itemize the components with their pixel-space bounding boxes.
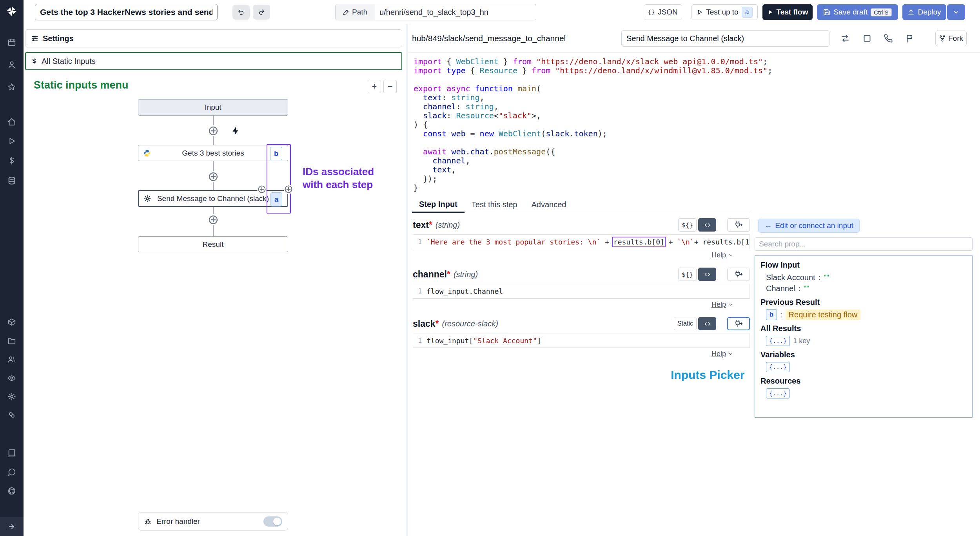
save-icon	[823, 9, 830, 16]
static-mode-button[interactable]: Static	[674, 317, 697, 330]
folder-icon[interactable]	[7, 337, 16, 345]
hub-script-breadcrumb[interactable]: hub/849/slack/send_message_to_channel	[412, 34, 566, 43]
help-link[interactable]: Help	[413, 249, 750, 261]
all-static-inputs-button[interactable]: All Static Inputs	[25, 52, 402, 70]
field-expression: `Here are the 3 most popular stories: \n…	[426, 238, 750, 246]
step-id-badge-a[interactable]: a	[270, 192, 282, 206]
chat-icon[interactable]	[7, 468, 16, 476]
field-expression-editor[interactable]: 1 flow_input["Slack Account"]	[413, 333, 750, 348]
step-editor-panel: hub/849/slack/send_message_to_channel Fo…	[408, 24, 980, 536]
home-icon[interactable]	[7, 118, 16, 126]
picker-row-variables[interactable]: {...}	[766, 362, 967, 373]
flow-settings-button[interactable]: Settings	[25, 29, 402, 47]
error-handler-card[interactable]: Error handler	[138, 512, 288, 531]
undo-button[interactable]	[232, 5, 250, 20]
help-link[interactable]: Help	[413, 299, 750, 310]
object-chip[interactable]: {...}	[766, 336, 790, 346]
picker-row-slack-account[interactable]: Slack Account : ""	[766, 272, 967, 283]
code-mode-button[interactable]	[698, 218, 716, 232]
flow-node-input[interactable]: Input	[138, 99, 288, 116]
deploy-button[interactable]: Deploy	[902, 4, 946, 20]
play-filled-icon	[767, 9, 773, 15]
search-prop-input[interactable]	[755, 237, 973, 251]
object-chip[interactable]: {...}	[766, 362, 790, 372]
connect-input-button[interactable]	[727, 268, 750, 281]
book-icon[interactable]	[7, 449, 16, 458]
eye-icon[interactable]	[7, 374, 16, 382]
edit-or-connect-input-button[interactable]: ← Edit or connect an input	[758, 219, 860, 233]
step-summary-input[interactable]	[621, 30, 829, 47]
zoom-in-button[interactable]: +	[368, 80, 381, 93]
path-input[interactable]	[375, 4, 536, 20]
code-line: const web = new WebClient(slack.token);	[414, 129, 974, 138]
dollar-icon[interactable]	[7, 156, 16, 165]
connect-input-button[interactable]	[727, 317, 750, 330]
picker-row-all-results[interactable]: {...} 1 key	[766, 335, 967, 346]
add-step-button[interactable]	[208, 171, 219, 182]
square-icon[interactable]	[862, 34, 872, 43]
connect-input-button[interactable]	[727, 218, 750, 232]
flow-node-result[interactable]: Result	[138, 236, 288, 252]
package-icon[interactable]	[7, 318, 16, 326]
section-title: Variables	[760, 350, 967, 359]
step-id-badge-b[interactable]: b	[270, 147, 282, 160]
save-draft-button[interactable]: Save draft Ctrl S	[817, 4, 898, 20]
sidebar-expand-button[interactable]	[0, 517, 24, 536]
template-mode-button[interactable]: ${}	[678, 268, 697, 281]
test-flow-button[interactable]: Test flow	[762, 4, 813, 20]
calendar-icon[interactable]	[7, 38, 16, 47]
error-handler-toggle[interactable]	[263, 516, 282, 527]
code-line: ) {	[414, 120, 974, 129]
arrow-right-icon	[8, 523, 16, 531]
inputs-picker: ← Edit or connect an input Flow Input Sl…	[755, 219, 973, 418]
field-expression-editor[interactable]: 1 flow_input.Channel	[413, 284, 750, 299]
deploy-more-button[interactable]	[947, 4, 965, 20]
users-icon[interactable]	[7, 355, 16, 364]
code-editor[interactable]: import { WebClient } from "https://deno.…	[414, 57, 974, 192]
code-mode-button[interactable]	[698, 268, 716, 281]
picker-row-channel[interactable]: Channel : ""	[766, 283, 967, 294]
tab-advanced[interactable]: Advanced	[524, 197, 573, 213]
flow-node-label: Gets 3 best stories	[182, 149, 244, 158]
picker-row-resources[interactable]: {...}	[766, 388, 967, 399]
flow-title-input[interactable]	[35, 4, 218, 20]
object-chip[interactable]: {...}	[766, 388, 790, 398]
json-button[interactable]: JSON	[644, 4, 682, 20]
bolt-icon[interactable]	[230, 126, 241, 136]
help-link[interactable]: Help	[413, 348, 750, 360]
code-mode-button[interactable]	[698, 317, 716, 330]
test-up-to-button[interactable]: Test up to a	[691, 4, 758, 20]
fork-button[interactable]: Fork	[935, 31, 967, 46]
section-title: Flow Input	[760, 261, 967, 270]
step-editor-header: hub/849/slack/send_message_to_channel Fo…	[408, 24, 980, 53]
database-icon[interactable]	[7, 176, 16, 185]
plug-icon	[734, 270, 743, 279]
annotation-ids: IDs associated with each step	[303, 165, 393, 191]
template-mode-button[interactable]: ${}	[678, 218, 697, 232]
tab-test-this-step[interactable]: Test this step	[465, 197, 524, 213]
flag-icon[interactable]	[905, 34, 915, 43]
annotation-inputs-picker: Inputs Picker	[671, 368, 744, 382]
github-icon[interactable]	[7, 487, 16, 495]
user-icon[interactable]	[7, 60, 16, 69]
git-fork-icon	[939, 35, 946, 42]
redo-button[interactable]	[253, 5, 270, 20]
pill-icon[interactable]	[7, 411, 16, 419]
tab-step-input[interactable]: Step Input	[412, 197, 465, 213]
picker-row-previous-result[interactable]: b : Require testing flow	[766, 309, 967, 320]
add-step-button[interactable]	[208, 214, 219, 225]
windmill-logo[interactable]	[6, 5, 18, 17]
gear-icon[interactable]	[7, 392, 16, 401]
picker-box: Flow Input Slack Account : "" Channel : …	[755, 255, 973, 418]
move-step-handle[interactable]	[257, 185, 267, 194]
phone-icon[interactable]	[884, 34, 893, 43]
add-step-button[interactable]	[208, 125, 219, 136]
swap-icon[interactable]	[840, 34, 850, 43]
field-expression-editor[interactable]: 1 `Here are the 3 most popular stories: …	[413, 234, 750, 249]
star-icon[interactable]	[7, 83, 16, 91]
section-title: Resources	[760, 377, 967, 386]
zoom-out-button[interactable]: −	[383, 80, 397, 93]
play-icon[interactable]	[7, 137, 16, 145]
flow-node-gets-3-best-stories[interactable]: Gets 3 best stories	[138, 145, 288, 161]
move-step-handle[interactable]	[284, 185, 293, 194]
